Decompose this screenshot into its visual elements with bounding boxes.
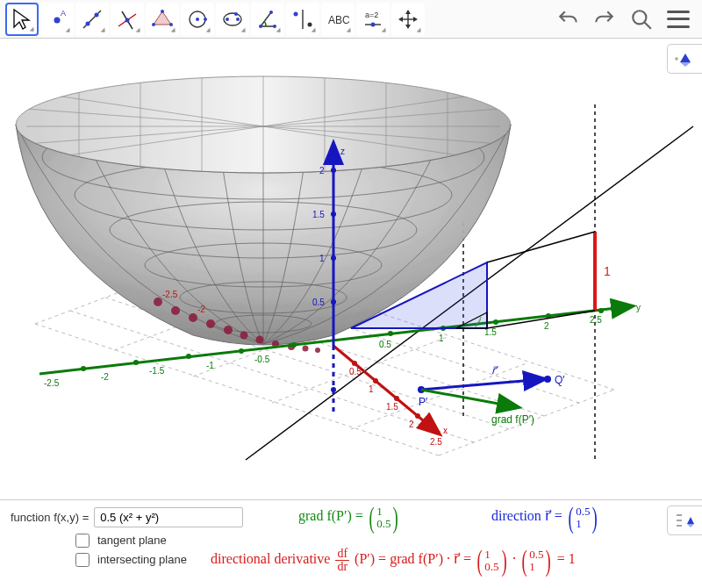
svg-point-70 <box>154 298 162 306</box>
svg-point-89 <box>186 354 191 359</box>
tool-reflect[interactable] <box>286 3 319 36</box>
y-tick: 2 <box>544 321 549 331</box>
svg-point-94 <box>493 319 498 325</box>
undo-button[interactable] <box>555 6 581 32</box>
svg-point-101 <box>331 212 336 217</box>
svg-point-80 <box>315 348 320 353</box>
svg-point-73 <box>206 319 215 328</box>
tool-polygon[interactable] <box>146 3 179 36</box>
y-tick: -1.5 <box>149 366 165 376</box>
svg-point-11 <box>152 23 155 26</box>
tool-move[interactable] <box>5 3 39 36</box>
svg-point-19 <box>259 25 262 28</box>
svg-point-85 <box>415 413 420 419</box>
toolbar-right <box>555 6 697 32</box>
svg-text:A: A <box>61 9 66 18</box>
hamburger-icon <box>667 11 690 28</box>
svg-marker-8 <box>154 11 171 25</box>
svg-line-107 <box>421 379 544 390</box>
directional-expr: directional derivative dfdr (P′) = grad … <box>211 548 576 573</box>
function-input[interactable] <box>94 507 243 527</box>
algebra-panel: function f(x,y) = tangent plane intersec… <box>0 500 702 588</box>
label-grad: grad f(P′) <box>491 413 534 426</box>
label-q: Q′ <box>555 374 565 386</box>
svg-point-88 <box>133 360 139 365</box>
svg-point-83 <box>373 378 378 384</box>
svg-point-102 <box>331 168 336 173</box>
svg-point-4 <box>95 12 99 17</box>
svg-point-21 <box>269 11 273 14</box>
svg-marker-113 <box>687 517 694 524</box>
toolbar: A ABC a=2 <box>0 0 702 39</box>
svg-point-108 <box>544 376 551 383</box>
tool-line[interactable] <box>75 3 109 36</box>
svg-point-82 <box>352 361 357 366</box>
svg-point-24 <box>308 22 312 26</box>
svg-point-92 <box>388 331 393 336</box>
z-tick: 1 <box>319 254 325 263</box>
svg-point-74 <box>224 326 233 334</box>
x-tick: -2 <box>197 305 205 314</box>
svg-point-10 <box>169 23 173 26</box>
z-tick: 0.5 <box>312 298 325 307</box>
tool-move-view[interactable] <box>391 3 425 36</box>
direction-expr: direction r⃗ = (0.51) <box>491 506 600 529</box>
svg-marker-34 <box>680 62 691 67</box>
search-button[interactable] <box>628 6 655 32</box>
y-tick: -2.5 <box>44 378 60 388</box>
scene-svg: 0.5 1 1.5 2 2.5 x -2.5 -2 -2.5 -2 <box>0 39 702 500</box>
y-label: y <box>636 303 641 312</box>
svg-point-99 <box>331 299 336 305</box>
svg-point-31 <box>633 11 646 24</box>
svg-line-111 <box>487 311 595 328</box>
x-tick: 0.5 <box>349 367 362 376</box>
redo-button[interactable] <box>591 6 618 32</box>
svg-point-0 <box>54 17 61 23</box>
check-tangent-label: tangent plane <box>97 534 167 549</box>
x-label: x <box>443 426 448 435</box>
y-tick: -0.5 <box>254 355 270 364</box>
svg-point-90 <box>239 348 244 354</box>
svg-point-103 <box>331 387 336 392</box>
y-tick: -2 <box>101 372 109 382</box>
svg-point-71 <box>171 306 180 315</box>
svg-text:ABC: ABC <box>328 14 350 26</box>
svg-point-75 <box>240 332 248 340</box>
svg-line-32 <box>644 22 651 29</box>
tool-text[interactable]: ABC <box>321 3 355 36</box>
label-p: P′ <box>419 396 428 408</box>
tool-circle[interactable] <box>181 3 214 36</box>
y-tick: 1 <box>439 333 444 343</box>
svg-marker-33 <box>680 54 691 62</box>
svg-point-28 <box>371 22 376 26</box>
graphics-view-3d[interactable]: 0.5 1 1.5 2 2.5 x -2.5 -2 -2.5 -2 <box>0 39 702 500</box>
check-intersecting-label: intersecting plane <box>97 553 187 568</box>
y-tick: -1 <box>206 361 214 370</box>
svg-point-87 <box>81 366 86 371</box>
svg-point-9 <box>161 10 164 13</box>
svg-point-84 <box>394 396 399 401</box>
svg-point-79 <box>303 346 309 352</box>
menu-button[interactable] <box>665 6 691 32</box>
check-intersecting-box[interactable] <box>75 553 90 567</box>
x-tick: 1 <box>369 384 374 394</box>
tool-angle[interactable] <box>251 3 284 36</box>
tool-slider[interactable]: a=2 <box>356 3 390 36</box>
z-tick: 1.5 <box>312 210 325 219</box>
svg-line-109 <box>421 390 518 407</box>
tool-perpendicular[interactable] <box>111 3 144 36</box>
tool-ellipse[interactable] <box>216 3 249 36</box>
svg-point-20 <box>273 25 276 28</box>
svg-point-16 <box>226 18 229 21</box>
stylebar-toggle-3d[interactable] <box>667 44 702 74</box>
stylebar-toggle-algebra[interactable] <box>667 506 702 535</box>
svg-point-76 <box>256 336 264 344</box>
z-label: z <box>340 147 345 156</box>
svg-point-91 <box>291 342 297 348</box>
svg-point-100 <box>331 255 336 261</box>
tool-point[interactable]: A <box>40 3 74 36</box>
floor-vectors: P′ Q′ r⃗ grad f(P′) <box>418 364 565 426</box>
check-tangent-box[interactable] <box>75 534 90 548</box>
svg-line-2 <box>83 11 101 28</box>
svg-point-17 <box>236 18 240 21</box>
